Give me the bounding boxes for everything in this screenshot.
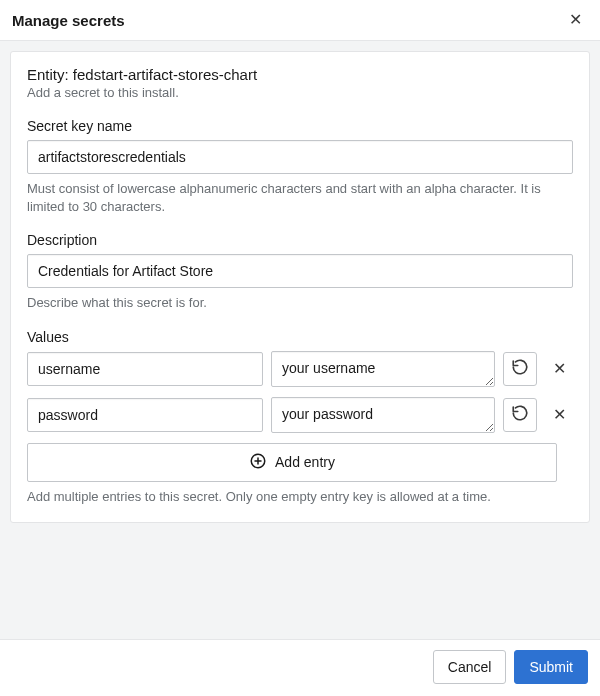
value-value-input[interactable]: your username xyxy=(271,351,495,387)
remove-icon: ✕ xyxy=(553,405,566,424)
entity-title: Entity: fedstart-artifact-stores-chart xyxy=(27,66,573,83)
value-key-input[interactable] xyxy=(27,352,263,386)
reset-value-button[interactable] xyxy=(503,352,537,386)
secret-form-panel: Entity: fedstart-artifact-stores-chart A… xyxy=(10,51,590,523)
remove-value-button[interactable]: ✕ xyxy=(545,398,573,432)
secret-key-label: Secret key name xyxy=(27,118,573,134)
secret-key-input[interactable] xyxy=(27,140,573,174)
values-section: Values your username ✕ your pass xyxy=(27,329,573,506)
value-value-input[interactable]: your password xyxy=(271,397,495,433)
entity-label-prefix: Entity: xyxy=(27,66,73,83)
reset-icon xyxy=(511,358,529,379)
plus-circle-icon xyxy=(249,452,267,473)
add-entry-button[interactable]: Add entry xyxy=(27,443,557,482)
remove-value-button[interactable]: ✕ xyxy=(545,352,573,386)
close-icon: ✕ xyxy=(569,11,582,28)
entity-subtitle: Add a secret to this install. xyxy=(27,85,573,100)
dialog-footer: Cancel Submit xyxy=(0,639,600,696)
values-label: Values xyxy=(27,329,573,345)
value-key-input[interactable] xyxy=(27,398,263,432)
secret-key-help: Must consist of lowercase alphanumeric c… xyxy=(27,180,573,216)
description-input[interactable] xyxy=(27,254,573,288)
dialog-title: Manage secrets xyxy=(12,12,125,29)
reset-icon xyxy=(511,404,529,425)
values-row: your username ✕ xyxy=(27,351,573,387)
values-row: your password ✕ xyxy=(27,397,573,433)
manage-secrets-dialog: Manage secrets ✕ Entity: fedstart-artifa… xyxy=(0,0,600,696)
description-label: Description xyxy=(27,232,573,248)
values-help: Add multiple entries to this secret. Onl… xyxy=(27,488,573,506)
reset-value-button[interactable] xyxy=(503,398,537,432)
secret-key-section: Secret key name Must consist of lowercas… xyxy=(27,118,573,216)
dialog-header: Manage secrets ✕ xyxy=(0,0,600,41)
description-help: Describe what this secret is for. xyxy=(27,294,573,312)
remove-icon: ✕ xyxy=(553,359,566,378)
entity-name: fedstart-artifact-stores-chart xyxy=(73,66,257,83)
description-section: Description Describe what this secret is… xyxy=(27,232,573,312)
add-entry-label: Add entry xyxy=(275,454,335,470)
close-button[interactable]: ✕ xyxy=(565,10,586,30)
cancel-button[interactable]: Cancel xyxy=(433,650,507,684)
submit-button[interactable]: Submit xyxy=(514,650,588,684)
dialog-body: Entity: fedstart-artifact-stores-chart A… xyxy=(0,41,600,639)
